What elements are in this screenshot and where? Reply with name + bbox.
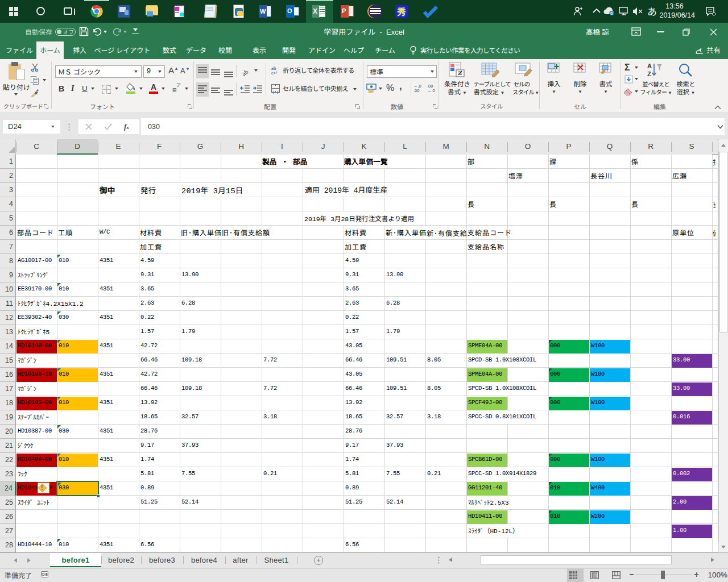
svg-text:A: A — [647, 63, 652, 69]
svg-text:Z: Z — [647, 70, 651, 77]
